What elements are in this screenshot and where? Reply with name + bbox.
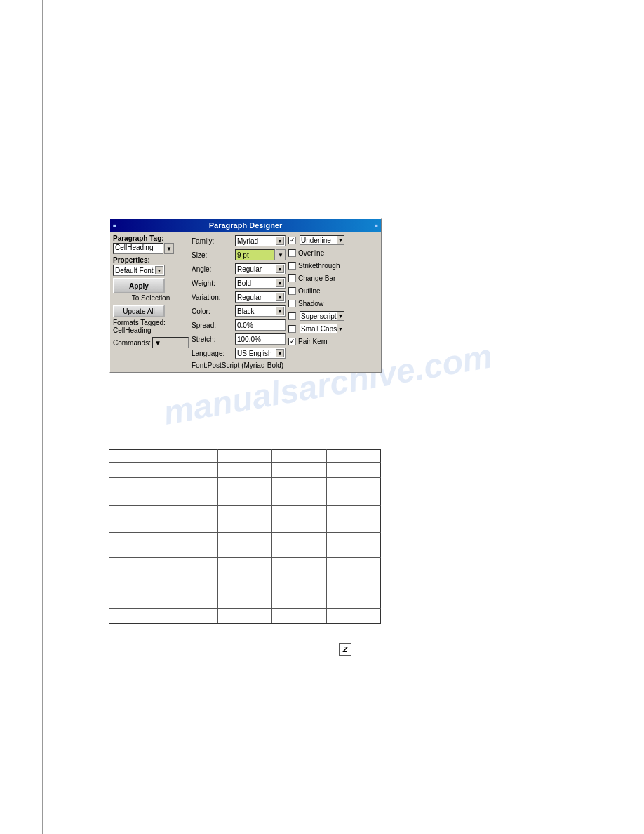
- change-bar-label: Change Bar: [298, 274, 335, 282]
- weight-row: Weight: Bold ▼: [192, 277, 286, 289]
- spread-input[interactable]: 0.0%: [235, 319, 286, 331]
- right-panel: ✓ Underline ▼ Overline Strikethrough Cha…: [288, 234, 378, 369]
- angle-dropdown[interactable]: Regular ▼: [235, 263, 286, 274]
- properties-label: Properties:: [113, 256, 189, 264]
- stretch-input[interactable]: 100.0%: [235, 333, 286, 345]
- table-cell: [326, 463, 380, 478]
- table-cell: [272, 609, 326, 624]
- table-cell: [109, 450, 163, 463]
- superscript-checkbox[interactable]: [288, 312, 296, 320]
- commands-row: Commands: ▼: [113, 337, 189, 348]
- variation-row: Variation: Regular ▼: [192, 291, 286, 303]
- size-label: Size:: [192, 251, 235, 259]
- small-caps-label: Small Caps: [301, 325, 337, 333]
- family-row: Family: Myriad ▼: [192, 234, 286, 247]
- language-dropdown[interactable]: US English ▼: [235, 348, 286, 359]
- underline-checkbox[interactable]: ✓: [288, 237, 296, 244]
- table-row: [109, 583, 381, 609]
- table-cell: [163, 609, 217, 624]
- small-caps-checkbox[interactable]: [288, 325, 296, 333]
- table-cell: [272, 450, 326, 463]
- size-arrow[interactable]: ▼: [276, 249, 286, 260]
- color-dropdown[interactable]: Black ▼: [235, 305, 286, 317]
- table-cell: [326, 533, 380, 558]
- size-control: 9 pt ▼: [235, 249, 286, 260]
- table-cell: [217, 533, 271, 558]
- superscript-arrow-icon: ▼: [337, 312, 344, 320]
- table-cell: [163, 506, 217, 533]
- color-arrow-icon: ▼: [276, 307, 284, 315]
- family-control: Myriad ▼: [235, 235, 286, 246]
- dialog-body: Paragraph Tag: CellHeading ▼ Properties:…: [110, 232, 381, 372]
- table-row: [109, 450, 381, 463]
- table-cell: [272, 533, 326, 558]
- font-info: Font:PostScript (Myriad-Bold): [192, 362, 286, 369]
- formats-tagged-section: Formats Tagged: CellHeading: [113, 319, 189, 334]
- table-row: [109, 533, 381, 558]
- language-label: Language:: [192, 350, 235, 357]
- paragraph-tag-input[interactable]: CellHeading: [113, 243, 163, 254]
- table-cell: [272, 463, 326, 478]
- color-control: Black ▼: [235, 305, 286, 317]
- properties-section: Properties: Default Font ▼: [113, 256, 189, 276]
- superscript-label: Superscript: [301, 312, 337, 320]
- table-cell: [326, 450, 380, 463]
- size-input[interactable]: 9 pt: [235, 249, 275, 260]
- color-row: Color: Black ▼: [192, 305, 286, 317]
- table-row: [109, 558, 381, 583]
- small-caps-dropdown[interactable]: Small Caps ▼: [300, 324, 344, 333]
- overline-label: Overline: [298, 249, 324, 257]
- table-cell: [326, 609, 380, 624]
- strikethrough-checkbox[interactable]: [288, 262, 296, 270]
- small-caps-arrow-icon: ▼: [337, 324, 344, 333]
- variation-dropdown[interactable]: Regular ▼: [235, 291, 286, 303]
- variation-value: Regular: [237, 293, 262, 301]
- superscript-dropdown[interactable]: Superscript ▼: [300, 311, 344, 321]
- table-cell: [163, 558, 217, 583]
- table-cell: [217, 450, 271, 463]
- left-border: [42, 0, 43, 834]
- weight-arrow-icon: ▼: [276, 279, 284, 287]
- family-label: Family:: [192, 237, 235, 245]
- table-cell: [163, 478, 217, 506]
- pair-kern-checkbox[interactable]: ✓: [288, 338, 296, 345]
- table-cell: [217, 558, 271, 583]
- shadow-checkbox[interactable]: [288, 300, 296, 307]
- table-row: [109, 478, 381, 506]
- table-cell: [217, 506, 271, 533]
- update-all-button[interactable]: Update All: [113, 305, 165, 317]
- table-cell: [272, 478, 326, 506]
- weight-dropdown[interactable]: Bold ▼: [235, 277, 286, 289]
- formats-tagged-label: Formats Tagged:: [113, 319, 189, 326]
- table-cell: [163, 463, 217, 478]
- angle-arrow-icon: ▼: [276, 265, 284, 273]
- stretch-value: 100.0%: [237, 336, 261, 343]
- overline-checkbox[interactable]: [288, 249, 296, 257]
- weight-value: Bold: [237, 279, 251, 287]
- table-cell: [109, 533, 163, 558]
- change-bar-checkbox[interactable]: [288, 274, 296, 282]
- family-value: Myriad: [237, 237, 258, 245]
- dialog-title: Paragraph Designer: [209, 221, 283, 230]
- table-cell: [163, 450, 217, 463]
- angle-value: Regular: [237, 265, 262, 273]
- language-arrow-icon: ▼: [276, 349, 284, 357]
- outline-checkbox[interactable]: [288, 287, 296, 295]
- angle-row: Angle: Regular ▼: [192, 263, 286, 275]
- table-cell: [217, 463, 271, 478]
- table-cell: [163, 533, 217, 558]
- family-dropdown[interactable]: Myriad ▼: [235, 235, 286, 246]
- stretch-control: 100.0%: [235, 333, 286, 345]
- table-row: [109, 609, 381, 624]
- table-cell: [109, 478, 163, 506]
- stretch-label: Stretch:: [192, 336, 235, 343]
- commands-dropdown[interactable]: ▼: [152, 337, 189, 348]
- left-panel: Paragraph Tag: CellHeading ▼ Properties:…: [113, 234, 189, 369]
- apply-button[interactable]: Apply: [113, 278, 165, 293]
- properties-dropdown[interactable]: Default Font ▼: [113, 265, 165, 276]
- table-cell: [326, 506, 380, 533]
- paragraph-tag-arrow[interactable]: ▼: [164, 243, 174, 254]
- underline-dropdown[interactable]: Underline ▼: [300, 235, 344, 245]
- spread-label: Spread:: [192, 322, 235, 329]
- formats-tagged-value: CellHeading: [113, 326, 189, 334]
